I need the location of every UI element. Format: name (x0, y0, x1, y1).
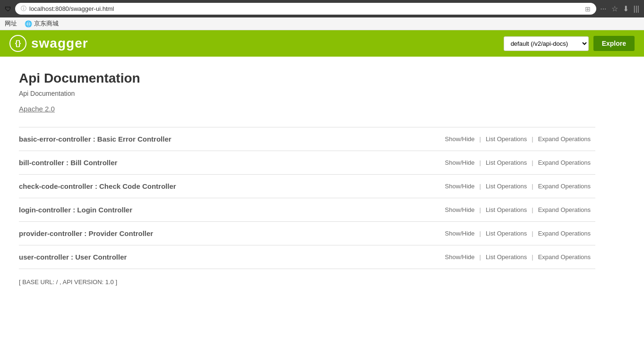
controller-row: provider-controller : Provider Controlle… (19, 221, 595, 245)
download-icon[interactable]: ⬇ (623, 4, 629, 13)
website-label: 网址 (5, 19, 17, 28)
url-text: localhost:8080/swagger-ui.html (29, 5, 582, 12)
qr-icon[interactable]: ⊞ (585, 5, 591, 13)
list-operations-link-3[interactable]: List Operations (481, 206, 532, 213)
expand-operations-link-5[interactable]: Expand Operations (533, 253, 595, 261)
expand-operations-link-3[interactable]: Expand Operations (533, 206, 595, 213)
show-hide-link-5[interactable]: Show/Hide (440, 253, 480, 261)
expand-operations-link-4[interactable]: Expand Operations (533, 230, 595, 237)
controller-actions-2: Show/Hide | List Operations | Expand Ope… (440, 183, 595, 190)
list-operations-link-1[interactable]: List Operations (481, 159, 532, 166)
expand-operations-link-2[interactable]: Expand Operations (533, 183, 595, 190)
api-description: Api Documentation (19, 90, 595, 97)
show-hide-link-1[interactable]: Show/Hide (440, 159, 480, 166)
address-bar[interactable]: ⓘ localhost:8080/swagger-ui.html ⊞ (15, 3, 596, 15)
show-hide-link-4[interactable]: Show/Hide (440, 230, 480, 237)
list-operations-link-2[interactable]: List Operations (481, 183, 532, 190)
controller-name-1[interactable]: bill-controller : Bill Controller (19, 159, 117, 167)
controller-actions-0: Show/Hide | List Operations | Expand Ope… (440, 135, 595, 143)
controller-name-4[interactable]: provider-controller : Provider Controlle… (19, 229, 153, 237)
controllers-list: basic-error-controller : Basic Error Con… (19, 127, 595, 269)
controller-actions-5: Show/Hide | List Operations | Expand Ope… (440, 253, 595, 261)
swagger-logo: {} swagger (9, 35, 88, 52)
browser-actions: ··· ☆ ⬇ ||| (600, 4, 639, 13)
controller-name-5[interactable]: user-controller : User Controller (19, 253, 127, 261)
show-hide-link-3[interactable]: Show/Hide (440, 206, 480, 213)
shield-icon: 🛡 (5, 5, 11, 13)
swagger-logo-text: swagger (31, 36, 88, 51)
globe-icon: 🌐 (25, 20, 32, 27)
swagger-controls: default (/v2/api-docs) Explore (504, 36, 635, 51)
show-hide-link-2[interactable]: Show/Hide (440, 183, 480, 190)
controller-row: bill-controller : Bill ControllerShow/Hi… (19, 151, 595, 174)
list-operations-link-5[interactable]: List Operations (481, 253, 532, 261)
controller-row: login-controller : Login ControllerShow/… (19, 198, 595, 221)
expand-operations-link-1[interactable]: Expand Operations (533, 159, 595, 166)
bookmark-jd[interactable]: 🌐 京东商城 (25, 19, 59, 28)
controller-row: check-code-controller : Check Code Contr… (19, 174, 595, 198)
main-content: Api Documentation Api Documentation Apac… (0, 57, 614, 300)
controller-name-0[interactable]: basic-error-controller : Basic Error Con… (19, 135, 172, 143)
info-icon: ⓘ (21, 5, 26, 13)
swagger-header: {} swagger default (/v2/api-docs) Explor… (0, 30, 644, 57)
api-select[interactable]: default (/v2/api-docs) (504, 36, 589, 51)
jd-label: 京东商城 (34, 19, 59, 28)
controller-name-3[interactable]: login-controller : Login Controller (19, 206, 132, 214)
controller-row: basic-error-controller : Basic Error Con… (19, 127, 595, 151)
reading-list-icon[interactable]: ||| (634, 5, 639, 13)
list-operations-link-4[interactable]: List Operations (481, 230, 532, 237)
explore-button[interactable]: Explore (593, 36, 635, 51)
browser-chrome: 🛡 ⓘ localhost:8080/swagger-ui.html ⊞ ···… (0, 0, 644, 17)
controller-actions-4: Show/Hide | List Operations | Expand Ope… (440, 230, 595, 237)
controller-actions-3: Show/Hide | List Operations | Expand Ope… (440, 206, 595, 213)
base-url: [ BASE URL: / , API VERSION: 1.0 ] (19, 278, 595, 286)
apache-license-link[interactable]: Apache 2.0 (19, 105, 55, 113)
controller-actions-1: Show/Hide | List Operations | Expand Ope… (440, 159, 595, 166)
api-title: Api Documentation (19, 71, 595, 86)
controller-name-2[interactable]: check-code-controller : Check Code Contr… (19, 182, 176, 190)
bookmarks-bar: 网址 🌐 京东商城 (0, 17, 644, 30)
bookmark-website[interactable]: 网址 (5, 19, 17, 28)
controller-row: user-controller : User ControllerShow/Hi… (19, 245, 595, 269)
list-operations-link-0[interactable]: List Operations (481, 135, 532, 143)
swagger-logo-icon: {} (9, 35, 26, 52)
show-hide-link-0[interactable]: Show/Hide (440, 135, 480, 143)
more-options-icon[interactable]: ··· (600, 5, 606, 13)
bookmark-star-icon[interactable]: ☆ (611, 4, 618, 13)
expand-operations-link-0[interactable]: Expand Operations (533, 135, 595, 143)
